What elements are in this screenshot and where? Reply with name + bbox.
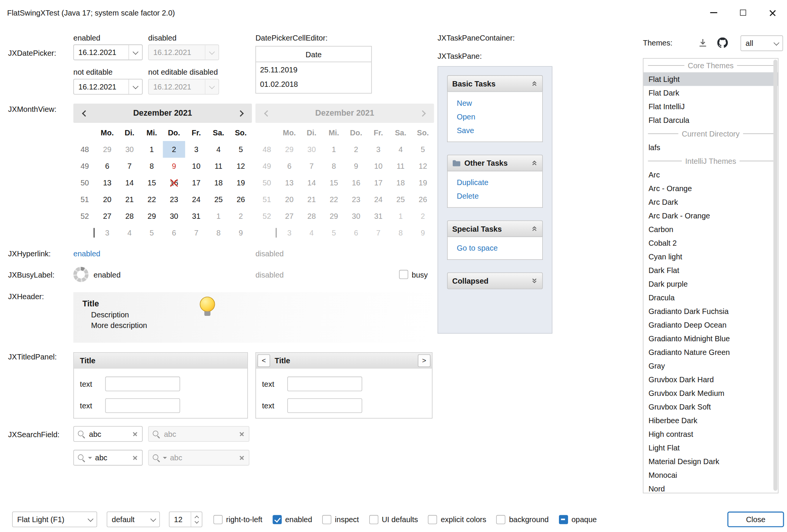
taskpane-header[interactable]: Collapsed [447,272,543,289]
theme-list-item[interactable]: Gradianto Dark Fuchsia [644,304,778,318]
datepicker-value[interactable]: 16.12.2021 [74,48,129,57]
datepicker-cell-editor-table[interactable]: Date 25.11.2019 01.02.2018 [255,46,372,93]
theme-list-item[interactable]: Gradianto Midnight Blue [644,331,778,345]
calendar-day[interactable]: 24 [185,191,208,208]
theme-list-item[interactable]: Flat IntelliJ [644,100,778,113]
taskpane-header[interactable]: Other Tasks [447,155,543,171]
themes-list[interactable]: Core ThemesFlat LightFlat DarkFlat Intel… [643,58,778,493]
calendar-day[interactable]: 26 [230,191,252,208]
calendar-day[interactable]: 27 [96,208,118,224]
theme-list-item[interactable]: Carbon [644,223,778,236]
text-input[interactable] [105,377,180,391]
theme-list-item[interactable]: Gruvbox Dark Hard [644,372,778,386]
calendar-day[interactable]: 12 [230,158,252,174]
datepicker-not-editable[interactable]: 16.12.2021 [73,79,143,94]
laf-combo[interactable]: Flat Light (F1) [12,512,97,527]
theme-list-item[interactable]: Cobalt 2 [644,236,778,250]
theme-list-item[interactable]: lafs [644,141,778,154]
calendar-day[interactable]: 1 [141,141,163,158]
checkbox-opaque[interactable]: opaque [559,515,597,524]
themes-filter-combo[interactable]: all [741,35,783,51]
search-menu-arrow-icon[interactable] [88,457,92,458]
calendar-day[interactable]: 18 [208,174,230,191]
font-size-spinner[interactable]: 12 [169,512,202,527]
checkbox-box[interactable] [214,515,223,524]
theme-list-item[interactable]: Hiberbee Dark [644,413,778,427]
theme-list-item[interactable]: Nord [644,482,778,493]
calendar-day[interactable]: 3 [185,141,208,158]
checkbox-box[interactable] [399,270,408,279]
calendar-day[interactable]: 15 [141,174,163,191]
calendar-day[interactable]: 17 [185,174,208,191]
laf-combo-dropdown-button[interactable] [84,512,96,527]
calendar-day[interactable]: 2 [163,141,185,158]
clear-icon[interactable] [132,455,138,461]
minimize-button[interactable] [699,0,728,25]
checkbox-box[interactable] [496,515,505,524]
checkbox-inspect[interactable]: inspect [322,515,359,524]
theme-list-item[interactable]: Flat Darcula [644,113,778,127]
theme-list-item[interactable]: Gradianto Deep Ocean [644,318,778,331]
taskpane-header[interactable]: Basic Tasks [447,75,543,92]
calendar-day[interactable]: 5 [141,224,163,241]
calendar-day[interactable]: 21 [118,191,141,208]
theme-list-item[interactable]: Monocai [644,468,778,482]
theme-list-item[interactable]: Gray [644,359,778,372]
calendar-day[interactable]: 1 [208,208,230,224]
calendar-day[interactable]: 3 [96,224,118,241]
calendar-day[interactable]: 9 [163,158,185,174]
calendar-day[interactable]: 25 [208,191,230,208]
themes-scrollbar[interactable] [773,60,778,491]
theme-list-item[interactable]: Flat Dark [644,86,778,100]
spinner-buttons[interactable] [191,512,202,527]
font-combo[interactable]: default [107,512,160,527]
calendar-day[interactable]: 19 [230,174,252,191]
maximize-button[interactable] [729,0,758,25]
theme-list-item[interactable]: Dark purple [644,277,778,290]
calendar-day[interactable]: 30 [118,141,141,158]
theme-list-item[interactable]: Arc - Orange [644,182,778,195]
theme-list-item[interactable]: Gruvbox Dark Medium [644,386,778,400]
checkbox-box[interactable] [559,515,568,524]
table-column-header-date[interactable]: Date [256,47,371,62]
titledpanel-prev-button[interactable]: < [257,354,270,367]
close-dialog-button[interactable]: Close [727,512,784,527]
theme-list-item[interactable]: High contrast [644,427,778,441]
monthview-enabled[interactable]: Dezember 2021 Mo.Di.Mi.Do.Fr.Sa.So.48293… [73,104,252,241]
next-month-button[interactable] [229,104,252,123]
checkbox-enabled[interactable]: enabled [272,515,312,524]
hyperlink-enabled[interactable]: enabled [73,249,100,258]
taskpane-header[interactable]: Special Tasks [447,220,543,237]
theme-list-item[interactable]: Flat Light [644,72,778,86]
calendar-day[interactable]: 29 [96,141,118,158]
busy-checkbox[interactable]: busy [399,270,428,279]
datepicker-dropdown-button[interactable] [129,45,142,60]
datepicker-enabled[interactable]: 16.12.2021 [73,44,143,60]
calendar-day[interactable]: 8 [141,158,163,174]
checkbox-background[interactable]: background [496,515,549,524]
theme-list-item[interactable]: Cyan light [644,250,778,264]
text-input[interactable] [105,398,180,413]
titledpanel-next-button[interactable]: > [418,354,430,367]
font-combo-dropdown-button[interactable] [147,512,159,527]
theme-list-item[interactable]: Arc [644,168,778,182]
calendar-day[interactable]: 6 [163,224,185,241]
theme-list-item[interactable]: Arc Dark - Orange [644,209,778,223]
github-icon[interactable] [717,38,728,50]
checkbox-explicit-colors[interactable]: explicit colors [428,515,486,524]
calendar-day[interactable]: 14 [118,174,141,191]
table-row[interactable]: 25.11.2019 [256,62,371,77]
calendar-day[interactable]: 4 [208,141,230,158]
table-row[interactable]: 01.02.2018 [256,77,371,92]
calendar-day[interactable]: 2 [230,208,252,224]
prev-month-button[interactable] [73,104,96,123]
clear-icon[interactable] [132,431,138,437]
calendar-day[interactable]: 22 [141,191,163,208]
calendar-day[interactable]: 6 [96,158,118,174]
checkbox-box[interactable] [322,515,331,524]
theme-list-item[interactable]: Gradianto Nature Green [644,345,778,359]
taskpane-link[interactable]: Save [448,123,542,137]
checkbox-right-to-left[interactable]: right-to-left [214,515,263,524]
taskpane-link[interactable]: Go to space [448,241,542,255]
calendar-day[interactable]: 11 [208,158,230,174]
